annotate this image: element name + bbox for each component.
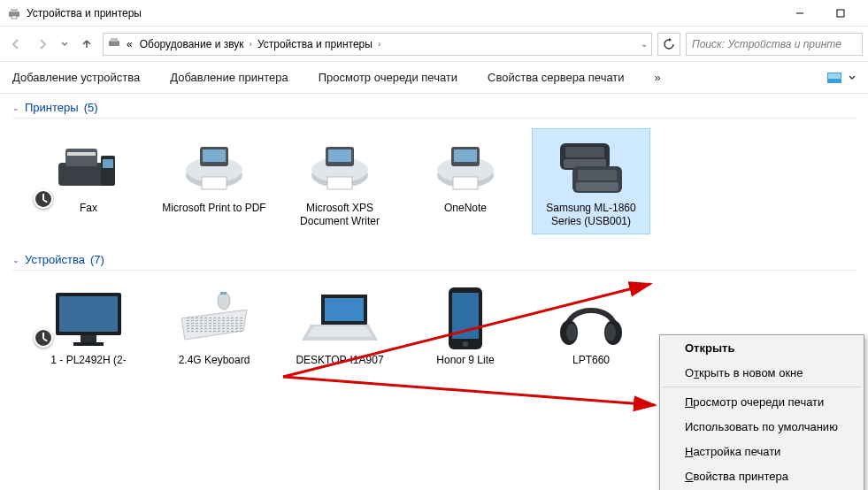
svg-rect-28 [453,177,478,189]
refresh-button[interactable] [657,33,680,56]
fax-icon [49,134,128,198]
minimize-button[interactable] [780,0,820,27]
item-label: Microsoft XPS Document Writer [284,202,396,228]
clock-badge [34,328,53,348]
section-printers-label: Принтеры [25,101,79,114]
svg-rect-13 [67,152,96,156]
chevron-right-icon: › [378,39,380,49]
address-root-icon [107,35,121,52]
svg-rect-121 [452,293,479,339]
item-label: OneNote [444,202,487,215]
item-desktop[interactable]: DESKTOP-I1A907 [281,281,398,372]
search-input[interactable]: Поиск: Устройства и принте [686,33,863,56]
svg-rect-27 [454,149,477,162]
address-bar[interactable]: « Оборудование и звук › Устройства и при… [103,33,652,56]
item-keyboard[interactable]: 2.4G Keyboard [156,281,273,372]
printer-items-grid: FaxMicrosoft Print to PDFMicrosoft XPS D… [12,126,856,242]
cmd-server-props[interactable]: Свойства сервера печати [488,71,625,84]
nav-recent-button[interactable] [58,34,71,55]
svg-rect-36 [59,296,118,332]
printer-icon [426,134,505,198]
command-bar: Добавление устройства Добавление принтер… [0,62,868,94]
breadcrumb-seg-1[interactable]: Оборудование и звук [138,38,246,50]
svg-rect-1 [11,9,18,12]
phone-icon [426,287,505,350]
printer-icon [174,134,254,198]
chevron-right-icon: › [250,39,252,49]
svg-point-126 [605,324,616,341]
item-label: LPT660 [572,354,610,367]
section-printers-header[interactable]: ⌄ Принтеры (5) [12,101,856,114]
context-menu-separator [662,387,862,387]
section-printers-count: (5) [84,101,98,114]
cmd-view-queue[interactable]: Просмотр очереди печати [319,71,457,84]
svg-rect-31 [565,147,604,157]
svg-point-122 [463,341,468,347]
laser-icon [551,134,631,198]
item-fax[interactable]: Fax [30,129,147,234]
item-label: Samsung ML-1860 Series (USB001) [535,202,647,228]
cmd-add-printer[interactable]: Добавление принтера [170,71,288,84]
nav-forward-button[interactable] [32,34,53,55]
svg-rect-17 [203,149,226,162]
svg-rect-22 [328,149,351,162]
printer-icon [300,134,380,198]
svg-rect-23 [327,177,352,189]
nav-up-button[interactable] [76,34,97,55]
context-menu-item[interactable]: Открыть [660,335,864,360]
clock-badge [34,189,53,209]
context-menu-item[interactable]: Открыть в новом окне [660,360,864,385]
view-options-button[interactable] [827,71,856,85]
divider [12,270,856,271]
collapse-icon: ⌄ [12,256,19,264]
maximize-button[interactable] [820,0,861,27]
titlebar: Устройства и принтеры [0,0,868,27]
item-ms-xps[interactable]: Microsoft XPS Document Writer [281,129,398,234]
breadcrumb-seg-2[interactable]: Устройства и принтеры [256,38,374,50]
laptop-icon [300,287,380,350]
item-label: DESKTOP-I1A907 [296,354,383,367]
collapse-icon: ⌄ [12,103,19,112]
cmd-add-device[interactable]: Добавление устройства [12,71,140,84]
item-monitor[interactable]: 1 - PL2492H (2- [30,281,147,372]
devices-printers-icon [7,6,21,20]
svg-rect-118 [220,292,227,295]
item-lpt[interactable]: LPT660 [533,281,649,372]
section-devices-label: Устройства [25,253,85,266]
headphones-icon [551,287,631,350]
section-devices-header[interactable]: ⌄ Устройства (7) [12,253,856,266]
svg-rect-33 [576,182,618,191]
svg-rect-12 [103,159,113,168]
svg-rect-6 [111,38,118,42]
item-label: Microsoft Print to PDF [162,202,265,215]
item-onenote[interactable]: OneNote [407,129,524,234]
svg-rect-34 [578,170,617,180]
context-menu-item[interactable]: Просмотр очереди печати [660,389,864,414]
item-samsung[interactable]: Samsung ML-1860 Series (USB001) [533,129,649,234]
item-label: Fax [80,202,97,215]
nav-back-button[interactable] [5,34,27,55]
svg-rect-10 [65,149,97,166]
context-menu-item[interactable]: Использовать по умолчанию [660,414,864,439]
search-placeholder: Поиск: Устройства и принте [692,38,841,50]
svg-rect-2 [12,16,17,19]
breadcrumb-prefix: « [125,38,134,50]
svg-rect-38 [73,342,104,346]
address-history-dropdown[interactable]: ⌄ [641,39,648,49]
keyboard-icon [174,287,254,350]
context-menu-item[interactable]: Свойства принтера [660,463,864,488]
monitor-icon [49,287,128,350]
svg-rect-119 [325,298,364,321]
context-menu: ОткрытьОткрыть в новом окнеПросмотр очер… [659,334,864,490]
section-devices-count: (7) [90,253,104,266]
item-ms-print-pdf[interactable]: Microsoft Print to PDF [156,129,273,234]
context-menu-item[interactable]: Настройка печати [660,439,864,463]
divider [12,118,856,119]
navbar: « Оборудование и звук › Устройства и при… [0,27,868,62]
content-area: ⌄ Принтеры (5) FaxMicrosoft Print to PDF… [0,94,868,490]
svg-point-125 [566,324,577,341]
svg-rect-18 [202,177,227,189]
cmd-overflow[interactable]: » [655,71,661,84]
item-phone[interactable]: Honor 9 Lite [407,281,524,372]
svg-rect-37 [81,335,96,342]
